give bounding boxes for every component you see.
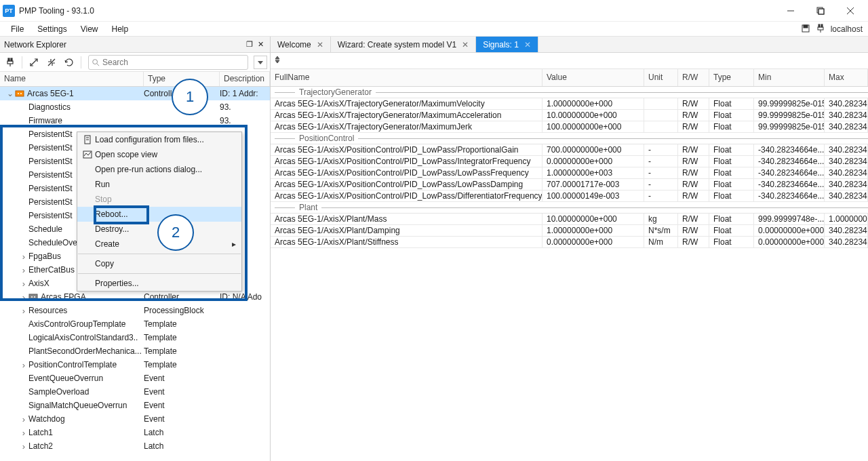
signal-row[interactable]: Arcas 5EG-1/AxisX/Plant/Mass10.00000000e… xyxy=(271,214,868,225)
menu-view[interactable]: View xyxy=(74,22,105,36)
expand-icon[interactable] xyxy=(26,55,41,70)
menu-item-label: Load configuration from files... xyxy=(95,135,236,144)
signal-type: Float xyxy=(709,214,754,224)
menu-bar: FileSettingsViewHelp localhost xyxy=(0,22,868,37)
signal-row[interactable]: Arcas 5EG-1/AxisX/PositionControl/PID_Lo… xyxy=(271,191,868,202)
menu-settings[interactable]: Settings xyxy=(31,22,73,36)
expand-arrow-icon[interactable] xyxy=(19,360,28,370)
menu-item-load-configuration-from-files[interactable]: Load configuration from files... xyxy=(77,132,241,147)
signal-group-header[interactable]: TrajectoryGenerator xyxy=(271,87,868,98)
signal-row[interactable]: Arcas 5EG-1/AxisX/Plant/Damping1.0000000… xyxy=(271,225,868,237)
minimize-button[interactable] xyxy=(776,1,806,20)
tree-row[interactable]: SampleOverloadEvent xyxy=(0,385,270,399)
signal-row[interactable]: Arcas 5EG-1/AxisX/PositionControl/PID_Lo… xyxy=(271,179,868,191)
collapse-icon[interactable] xyxy=(44,55,59,70)
header-max[interactable]: Max xyxy=(825,69,868,86)
panel-close-icon[interactable]: ✕ xyxy=(255,40,266,49)
tree-node-name: SampleOverload xyxy=(28,387,89,397)
tree-node-name: SignalMatchQueueOverrun xyxy=(28,401,127,410)
menu-help[interactable]: Help xyxy=(105,22,136,36)
tab-welcome[interactable]: Welcome✕ xyxy=(271,37,331,52)
signal-row[interactable]: Arcas 5EG-1/AxisX/PositionControl/PID_Lo… xyxy=(271,167,868,179)
tab-close-icon[interactable]: ✕ xyxy=(462,40,469,49)
menu-item-copy[interactable]: Copy xyxy=(77,256,241,271)
menu-item-run[interactable]: Run xyxy=(77,177,241,192)
close-button[interactable] xyxy=(835,1,865,20)
tree-row[interactable]: Arcas 5EG-1ControllerID: 1 Addr: xyxy=(0,87,270,100)
svg-rect-14 xyxy=(7,61,13,64)
tree-row[interactable]: ResourcesProcessingBlock xyxy=(0,304,270,317)
expand-arrow-icon[interactable] xyxy=(19,428,28,438)
tree-row[interactable]: PositionControlTemplateTemplate xyxy=(0,358,270,372)
header-fullname[interactable]: FullName xyxy=(271,69,542,86)
svg-rect-21 xyxy=(16,91,24,96)
signal-row[interactable]: Arcas 5EG-1/AxisX/PositionControl/PID_Lo… xyxy=(271,156,868,167)
header-name[interactable]: Name xyxy=(0,72,144,86)
header-min[interactable]: Min xyxy=(754,69,825,86)
sort-icon[interactable] xyxy=(275,55,284,66)
expand-arrow-icon[interactable] xyxy=(19,441,28,452)
tree-row[interactable]: SignalMatchQueueOverrunEvent xyxy=(0,399,270,412)
expand-arrow-icon[interactable] xyxy=(19,306,28,316)
tree-row[interactable]: EventQueueOverrunEvent xyxy=(0,372,270,385)
menu-file[interactable]: File xyxy=(4,22,31,36)
header-value[interactable]: Value xyxy=(542,69,644,86)
header-rw[interactable]: R/W xyxy=(678,69,709,86)
expand-arrow-icon[interactable] xyxy=(19,414,28,424)
menu-item-open-pre-run-actions-dialog[interactable]: Open pre-run actions dialog... xyxy=(77,162,241,177)
plug-icon[interactable] xyxy=(3,55,18,70)
signal-row[interactable]: Arcas 5EG-1/AxisX/TrajectoryGenerator/Ma… xyxy=(271,121,868,133)
menu-item-label: Open scope view xyxy=(95,150,236,159)
signal-row[interactable]: Arcas 5EG-1/AxisX/TrajectoryGenerator/Ma… xyxy=(271,110,868,121)
tree-row[interactable]: LogicalAxisControlStandard3..Template xyxy=(0,331,270,344)
tree-node-name: PlantSecondOrderMechanica... xyxy=(28,346,142,356)
menu-item-reboot[interactable]: Reboot... xyxy=(77,207,241,222)
signals-body[interactable]: TrajectoryGeneratorArcas 5EG-1/AxisX/Tra… xyxy=(271,87,868,461)
tree-row[interactable]: PlantSecondOrderMechanica...Template xyxy=(0,344,270,358)
signal-value: 700.00000000e+000 xyxy=(542,144,644,155)
search-box[interactable] xyxy=(88,55,248,70)
signal-type: Float xyxy=(709,179,754,190)
panel-float-icon[interactable]: ❐ xyxy=(244,40,255,49)
tab-close-icon[interactable]: ✕ xyxy=(317,40,323,49)
search-input[interactable] xyxy=(102,58,245,67)
tree-row[interactable]: Latch1Latch xyxy=(0,426,270,439)
filter-dropdown[interactable] xyxy=(254,56,267,69)
signal-type: Float xyxy=(709,98,754,109)
tree-row[interactable]: Diagnostics93. xyxy=(0,100,270,114)
expand-arrow-icon[interactable] xyxy=(19,265,28,275)
header-unit[interactable]: Unit xyxy=(644,69,678,86)
signal-row[interactable]: Arcas 5EG-1/AxisX/Plant/Stiffness0.00000… xyxy=(271,237,868,248)
tree-node-name: Schedule xyxy=(28,224,62,234)
expand-arrow-icon[interactable] xyxy=(5,89,15,98)
refresh-icon[interactable] xyxy=(62,55,77,70)
expand-arrow-icon[interactable] xyxy=(19,279,28,289)
tree-row[interactable]: WatchdogEvent xyxy=(0,412,270,426)
tree-node-type: Event xyxy=(144,374,220,383)
tree-row[interactable]: Latch2Latch xyxy=(0,439,270,453)
maximize-button[interactable] xyxy=(806,1,835,20)
signal-row[interactable]: Arcas 5EG-1/AxisX/PositionControl/PID_Lo… xyxy=(271,144,868,156)
header-type[interactable]: Type xyxy=(709,69,754,86)
signal-full: Arcas 5EG-1/AxisX/TrajectoryGenerator/Ma… xyxy=(271,98,542,109)
signal-max: 340.28234 xyxy=(825,225,868,236)
menu-item-open-scope-view[interactable]: Open scope view xyxy=(77,147,241,162)
window-title: PMP Tooling - 93.1.0 xyxy=(19,6,94,16)
context-menu: Load configuration from files...Open sco… xyxy=(77,132,242,292)
expand-arrow-icon[interactable] xyxy=(19,252,28,262)
plug-icon[interactable] xyxy=(816,24,825,35)
save-icon[interactable] xyxy=(801,24,810,35)
signal-row[interactable]: Arcas 5EG-1/AxisX/TrajectoryGenerator/Ma… xyxy=(271,98,868,110)
tab-close-icon[interactable]: ✕ xyxy=(524,40,531,49)
expand-arrow-icon[interactable] xyxy=(19,292,28,302)
header-desc[interactable]: Description xyxy=(220,72,270,86)
tree-row[interactable]: Arcas FPGAControllerID: N/A Ado xyxy=(0,290,270,304)
signal-group-header[interactable]: PositionControl xyxy=(271,133,868,144)
menu-item-properties[interactable]: Properties... xyxy=(77,276,241,291)
tree-row[interactable]: Firmware93. xyxy=(0,114,270,127)
tree-row[interactable]: AxisControlGroupTemplateTemplate xyxy=(0,317,270,331)
tab-signals-1[interactable]: Signals: 1✕ xyxy=(476,37,538,52)
tab-wizard-create-system-model-v1[interactable]: Wizard: Create system model V1✕ xyxy=(331,37,476,52)
signal-min: 99.99999825e-015 xyxy=(754,121,825,132)
signal-group-header[interactable]: Plant xyxy=(271,202,868,214)
